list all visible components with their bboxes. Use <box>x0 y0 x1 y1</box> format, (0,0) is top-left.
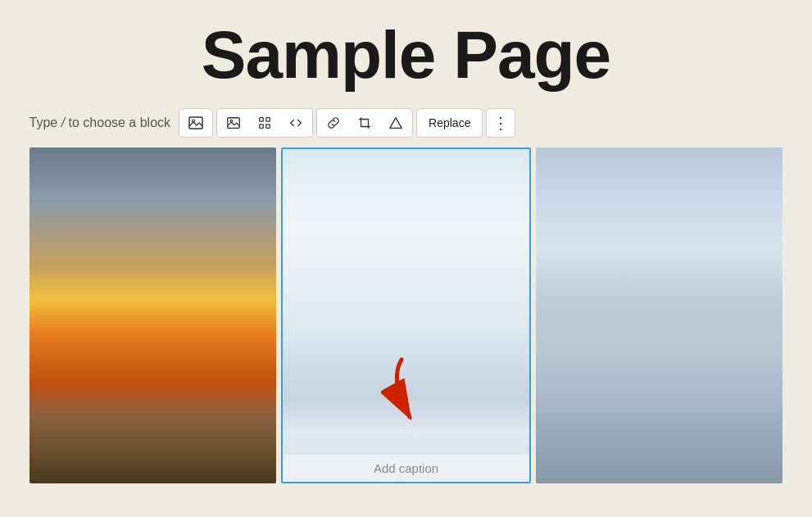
svg-marker-8 <box>390 118 401 129</box>
gallery-image-snow-bridge[interactable]: Add caption <box>281 147 531 483</box>
image-block-icon <box>188 115 204 131</box>
svg-rect-7 <box>266 125 270 129</box>
page-wrapper: Sample Page Type / to choose a block <box>0 0 812 517</box>
svg-rect-6 <box>260 125 264 129</box>
snow-bridge-image <box>283 149 529 482</box>
toolbar-hint: Type / to choose a block <box>29 116 171 130</box>
svg-rect-5 <box>266 118 270 122</box>
link-icon <box>326 116 341 130</box>
toolbar-grid-btn[interactable] <box>250 111 279 135</box>
replace-button[interactable]: Replace <box>416 108 483 138</box>
toolbar-filter-btn[interactable] <box>381 111 411 135</box>
add-caption-text[interactable]: Add caption <box>283 455 529 482</box>
more-dots-icon: ⋮ <box>492 115 510 131</box>
toolbar-code-btn[interactable] <box>281 111 311 135</box>
grid-icon <box>257 116 272 130</box>
gallery-image-sunset[interactable] <box>29 147 276 483</box>
toolbar-crop-btn[interactable] <box>350 111 379 135</box>
svg-rect-2 <box>228 118 239 129</box>
filter-icon <box>388 116 403 130</box>
page-title: Sample Page <box>202 16 610 93</box>
crop-icon <box>357 116 372 130</box>
toolbar-link-btn[interactable] <box>319 111 348 135</box>
toolbar-image-btn[interactable] <box>219 111 248 135</box>
image-block-button[interactable] <box>179 108 213 138</box>
svg-rect-0 <box>189 117 202 129</box>
gallery-image-frost-tree[interactable] <box>536 147 783 483</box>
more-options-button[interactable]: ⋮ <box>486 108 515 138</box>
gallery-row: Add caption <box>29 147 783 483</box>
toolbar-transform-group <box>316 108 413 138</box>
sunset-image <box>29 147 276 483</box>
toolbar-row: Type / to choose a block <box>29 108 783 138</box>
image-icon <box>226 116 241 130</box>
frost-tree-image <box>536 147 783 483</box>
svg-rect-4 <box>260 118 264 122</box>
code-icon <box>288 116 303 130</box>
slash-hint: / <box>61 116 65 129</box>
toolbar-main-group <box>216 108 313 138</box>
